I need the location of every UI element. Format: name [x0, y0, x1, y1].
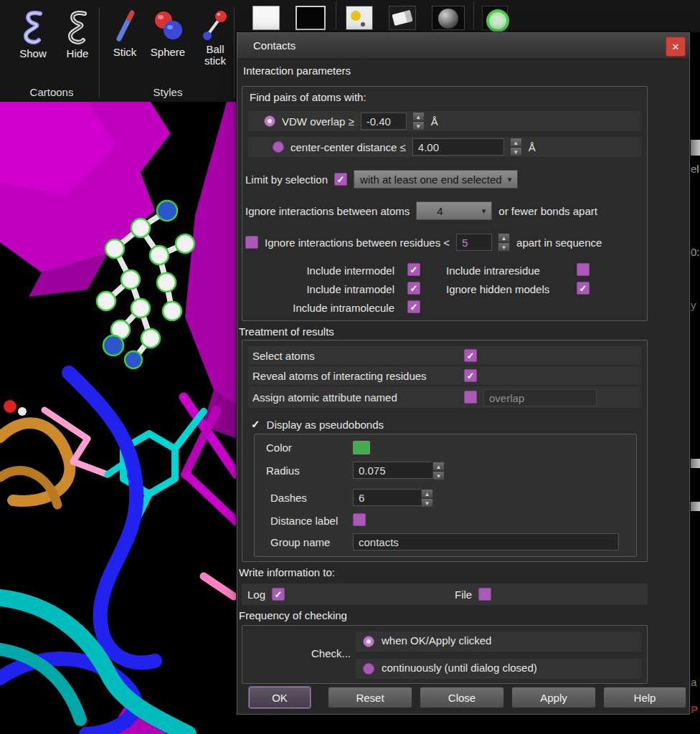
- limit-selection-checkbox[interactable]: ✓: [334, 173, 347, 186]
- spin-up-icon[interactable]: ▲: [412, 112, 425, 121]
- group-name-field[interactable]: contacts: [353, 533, 619, 550]
- apply-button[interactable]: Apply: [511, 687, 596, 708]
- ignore-hidden-checkbox[interactable]: ✓: [577, 282, 590, 295]
- clipped-text-fragment: P: [691, 703, 698, 715]
- include-intramodel-checkbox[interactable]: ✓: [407, 282, 420, 295]
- center-distance-unit-label: Å: [529, 141, 536, 153]
- reset-button[interactable]: Reset: [328, 687, 412, 708]
- file-label: File: [455, 588, 472, 601]
- toolbar-separator: [99, 7, 100, 97]
- green-circle-button[interactable]: [482, 6, 508, 30]
- log-checkbox[interactable]: ✓: [272, 588, 285, 601]
- black-color-swatch-button[interactable]: [295, 6, 326, 30]
- pseudobonds-label: Display as pseudobonds: [267, 419, 384, 431]
- clipped-text-fragment: a: [691, 676, 696, 688]
- frequency-section-label: Frequency of checking: [239, 609, 347, 621]
- cartoon-show-label: Show: [19, 47, 47, 60]
- radius-field[interactable]: 0.075: [353, 462, 433, 479]
- center-distance-label: center-center distance ≤: [290, 141, 406, 153]
- contacts-dialog: Contacts ✕ Interaction parameters Find p…: [237, 32, 690, 715]
- help-button[interactable]: Help: [603, 687, 686, 708]
- cartoons-section-label: Cartoons: [10, 86, 93, 98]
- vdw-overlap-spinner[interactable]: ▲▼: [412, 112, 425, 130]
- interaction-parameters-label: Interaction parameters: [243, 65, 351, 77]
- ok-button[interactable]: OK: [249, 687, 311, 708]
- distance-label-checkbox[interactable]: [353, 513, 366, 526]
- file-checkbox[interactable]: [478, 588, 491, 601]
- center-distance-spinner[interactable]: ▲▼: [510, 138, 522, 156]
- spin-up-icon[interactable]: ▲: [510, 138, 522, 147]
- eraser-tool-button[interactable]: [389, 6, 416, 30]
- spin-up-icon[interactable]: ▲: [432, 462, 445, 471]
- close-dialog-button[interactable]: Close: [420, 687, 504, 708]
- select-atoms-row: Select atoms: [248, 346, 641, 365]
- assign-attribute-checkbox[interactable]: [464, 391, 477, 404]
- dashes-spinner[interactable]: ▲▼: [421, 489, 433, 507]
- style-sphere-label: Sphere: [151, 46, 185, 59]
- cartoon-hide-button[interactable]: Hide: [57, 9, 98, 60]
- dialog-title: Contacts: [253, 33, 295, 59]
- include-intramolecule-checkbox[interactable]: ✓: [407, 300, 420, 313]
- chevron-down-icon: ▾: [482, 206, 486, 216]
- check-on-apply-label: when OK/Apply clicked: [382, 634, 491, 647]
- radius-spinner[interactable]: ▲▼: [432, 462, 445, 480]
- spin-down-icon[interactable]: ▼: [412, 121, 425, 130]
- surface-sphere-button[interactable]: [432, 6, 465, 30]
- center-distance-field[interactable]: 4.00: [412, 138, 504, 156]
- style-sphere-button[interactable]: Sphere: [148, 9, 188, 59]
- check-continuously-radio[interactable]: [363, 663, 374, 675]
- green-ring-icon: [486, 9, 509, 32]
- limit-selection-dropdown[interactable]: with at least one end selected▾: [354, 170, 518, 189]
- select-atoms-checkbox[interactable]: ✓: [464, 349, 477, 362]
- residues-apart-spinner[interactable]: ▲▼: [498, 233, 510, 252]
- check-icon: ✓: [251, 418, 260, 431]
- include-intraresidue-checkbox[interactable]: [577, 263, 590, 276]
- ball-stick-icon: [201, 9, 230, 42]
- write-section-label: Write information to:: [239, 566, 335, 578]
- spin-down-icon[interactable]: ▼: [510, 147, 522, 156]
- cartoon-hide-label: Hide: [67, 47, 89, 60]
- clipped-text-fragment: 0:: [691, 246, 700, 258]
- limit-selection-row: Limit by selection ✓ with at least one e…: [245, 168, 641, 190]
- molecular-viewport[interactable]: [0, 102, 237, 734]
- radius-label: Radius: [266, 464, 300, 477]
- stick-icon: [110, 9, 139, 44]
- white-color-swatch-button[interactable]: [252, 6, 280, 30]
- close-button[interactable]: ✕: [666, 37, 686, 57]
- check-icon: ✓: [337, 175, 345, 184]
- style-stick-button[interactable]: Stick: [105, 9, 145, 59]
- dashes-label: Dashes: [270, 492, 307, 504]
- style-ballstick-button[interactable]: Ball stick: [195, 9, 235, 67]
- spin-down-icon[interactable]: ▼: [498, 242, 510, 252]
- include-intermodel-checkbox[interactable]: ✓: [407, 263, 420, 276]
- residues-apart-field[interactable]: 5: [456, 234, 492, 251]
- dashes-field[interactable]: 6: [353, 489, 422, 506]
- residues-apart-checkbox[interactable]: [245, 236, 258, 249]
- spin-down-icon[interactable]: ▼: [421, 498, 433, 507]
- spin-up-icon[interactable]: ▲: [421, 489, 433, 498]
- vdw-overlap-radio[interactable]: [264, 115, 275, 127]
- assign-attribute-field[interactable]: overlap: [483, 389, 597, 406]
- pseudobond-groupbox: Color Radius 0.075▲▼ Dashes 6▲▼ Distance…: [254, 434, 637, 557]
- vdw-overlap-row: VDW overlap ≥ -0.40▲▼ Å: [248, 111, 641, 131]
- dialog-titlebar[interactable]: Contacts ✕: [237, 33, 689, 59]
- center-distance-radio[interactable]: [273, 141, 284, 153]
- spin-down-icon[interactable]: ▼: [432, 471, 445, 480]
- spin-up-icon[interactable]: ▲: [498, 233, 510, 242]
- pseudobond-color-swatch[interactable]: [353, 441, 370, 454]
- app-window: Show Hide Stick Sphere: [0, 0, 700, 734]
- bonds-apart-row: Ignore interactions between atoms 4▾ or …: [245, 200, 641, 221]
- cartoon-show-button[interactable]: Show: [13, 9, 53, 60]
- check-on-apply-radio[interactable]: [363, 636, 374, 647]
- spray-tool-button[interactable]: [346, 6, 373, 30]
- pseudobonds-toggle-row[interactable]: ✓ Display as pseudobonds: [251, 416, 641, 432]
- vdw-overlap-field[interactable]: -0.40: [361, 113, 407, 130]
- include-intermodel-label: Include intermodel: [260, 264, 394, 277]
- bonds-apart-dropdown[interactable]: 4▾: [416, 201, 492, 220]
- group-name-label: Group name: [270, 536, 330, 548]
- reveal-atoms-checkbox[interactable]: ✓: [464, 369, 477, 382]
- find-pairs-groupbox: Find pairs of atoms with: VDW overlap ≥ …: [242, 86, 648, 321]
- bonds-apart-label: Ignore interactions between atoms: [245, 205, 410, 217]
- cartoon-show-icon: [17, 9, 49, 46]
- spray-icon: [351, 11, 361, 21]
